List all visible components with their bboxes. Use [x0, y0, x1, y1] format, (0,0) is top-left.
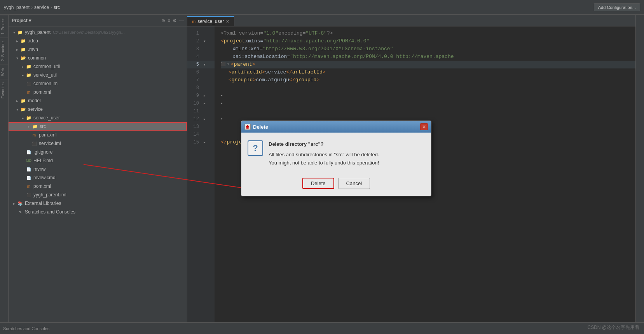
tree-arrow-yygh-parent	[12, 30, 16, 35]
code-line-4: xsi:schemaLocation="http://maven.apache.…	[221, 53, 635, 61]
tree-item-root-pom[interactable]: m pom.xml	[9, 182, 187, 191]
minimize-icon[interactable]: —	[179, 18, 184, 23]
tree-item-ext-libs[interactable]: 📚 External Libraries	[9, 199, 187, 208]
panel-web[interactable]: Web	[0, 65, 8, 79]
tab-close-icon[interactable]: ✕	[226, 19, 229, 24]
dialog-delete-button[interactable]: Delete	[302, 178, 334, 189]
code-line-11	[221, 107, 635, 115]
tree-arrow-service	[15, 107, 19, 112]
mvnw-icon: 📄	[26, 166, 32, 172]
code-line-5: ⬛ ▾ <parent>	[221, 61, 635, 68]
tree-item-yygh-iml[interactable]: ⬛ yygh_parent.iml	[9, 191, 187, 199]
iml-icon-service: ⬛	[31, 140, 37, 147]
locate-icon[interactable]: ⊕	[161, 18, 165, 23]
code-line-8	[221, 84, 635, 92]
code-line-10: ▸	[221, 100, 635, 107]
dialog-cancel-button[interactable]: Cancel	[338, 178, 370, 189]
tree-item-mvnw[interactable]: 📄 mvnw	[9, 165, 187, 173]
settings-icon[interactable]: ⚙	[173, 18, 177, 23]
tree-item-common-iml[interactable]: ⬛ common.iml	[9, 79, 187, 88]
code-line-6: <artifactId>service</artifactId>	[221, 68, 635, 76]
code-line-7: <groupId>com.atguigu</groupId>	[221, 76, 635, 84]
tree-item-src[interactable]: 📁 src	[9, 122, 187, 131]
folder-icon-idea: 📁	[20, 38, 26, 44]
project-panel: Project ▾ ⊕ ≡ ⚙ — 📁 yygh_parent C:\Users…	[9, 15, 187, 334]
dialog-message-line1: All files and subdirectories in "src" wi…	[269, 151, 379, 159]
folder-icon-common-util: 📁	[26, 63, 32, 70]
dialog-message-line2: You might not be able to fully undo this…	[269, 159, 379, 167]
panel-structure[interactable]: 2: Structure	[0, 38, 8, 65]
iml-icon-common: ⬛	[26, 80, 32, 87]
code-line-2: <project xmlns="http://maven.apache.org/…	[221, 37, 635, 45]
tree-arrow-model	[15, 98, 19, 103]
tree-item-gitignore[interactable]: 📄 .gitignore	[9, 148, 187, 156]
tree-item-common-util[interactable]: 📁 common_util	[9, 62, 187, 71]
tree-arrow-ext-libs	[12, 201, 16, 206]
tab-xml-icon: m	[192, 19, 195, 24]
ext-libs-icon: 📚	[17, 200, 23, 206]
editor-tabs: m service_user ✕	[187, 15, 635, 26]
dialog-body: ? Delete directory "src"? All files and …	[241, 133, 431, 175]
tree-item-common-pom[interactable]: m pom.xml	[9, 88, 187, 96]
tree-arrow-service-util	[20, 73, 25, 77]
folder-icon-service-util: 📁	[26, 72, 32, 78]
breadcrumb-src[interactable]: src	[54, 5, 60, 10]
tree-arrow-common-util	[20, 64, 25, 69]
folder-icon-mvn: 📁	[20, 46, 26, 52]
breadcrumb-service[interactable]: service	[34, 5, 49, 10]
bookmark-icon: ⬛	[221, 61, 225, 68]
title-bar: yygh_parent › service › src Add Configur…	[0, 0, 644, 15]
tree-item-service-util[interactable]: 📁 service_util	[9, 71, 187, 79]
tree-item-service-iml[interactable]: ⬛ service.iml	[9, 139, 187, 148]
tree-item-service-user-pom[interactable]: m pom.xml	[9, 131, 187, 139]
folder-icon-model: 📁	[20, 98, 26, 104]
bottom-scratches-label[interactable]: Scratches and Consoles	[3, 326, 49, 331]
xml-icon-service-user-pom: m	[31, 132, 37, 138]
add-config-button[interactable]: Add Configuration...	[594, 3, 640, 11]
dialog-title-bar: 🗑 Delete ✕	[241, 121, 431, 133]
folder-icon-service-user: 📁	[26, 115, 32, 121]
tree-arrow-common	[15, 56, 19, 60]
tree-item-model[interactable]: 📁 model	[9, 96, 187, 105]
dialog-title-icon: 🗑	[244, 124, 251, 130]
xml-icon-root-pom: m	[26, 183, 32, 189]
tree-item-help-md[interactable]: MD HELP.md	[9, 156, 187, 165]
scratches-icon: ✎	[17, 209, 23, 215]
tree-arrow-src	[26, 124, 31, 129]
tree-item-idea[interactable]: 📁 .idea	[9, 37, 187, 45]
right-panel	[635, 15, 644, 334]
left-side-panels: 1: Project 2: Structure Web Favorites	[0, 15, 9, 322]
gitignore-icon: 📄	[26, 149, 32, 155]
collapse-icon[interactable]: ≡	[168, 18, 170, 23]
dialog-message: Delete directory "src"? All files and su…	[269, 140, 379, 167]
tree-item-mvn[interactable]: 📁 .mvn	[9, 45, 187, 54]
code-line-3: xmlns:xsi="http://www.w3.org/2001/XMLSch…	[221, 45, 635, 53]
tree-item-service[interactable]: 📂 service	[9, 105, 187, 114]
dialog-question-text: Delete directory "src"?	[269, 140, 379, 149]
dialog-question-icon: ?	[248, 140, 263, 156]
tree-arrow-idea	[15, 38, 19, 43]
tree-item-service-user[interactable]: 📁 service_user	[9, 114, 187, 122]
mvnw-cmd-icon: 📄	[26, 175, 32, 181]
tree-arrow-mvn	[15, 47, 19, 52]
bottom-bar: Scratches and Consoles	[0, 322, 644, 334]
folder-icon: 📁	[17, 29, 23, 35]
project-panel-header: Project ▾ ⊕ ≡ ⚙ —	[9, 15, 187, 26]
dialog-buttons: Delete Cancel	[241, 175, 431, 196]
tree-item-mvnw-cmd[interactable]: 📄 mvnw.cmd	[9, 173, 187, 182]
folder-icon-common: 📂	[20, 55, 26, 61]
panel-project[interactable]: 1: Project	[0, 15, 8, 38]
tab-service-user[interactable]: m service_user ✕	[187, 16, 234, 26]
tree-item-common[interactable]: 📂 common	[9, 54, 187, 62]
code-line-9: ▸	[221, 92, 635, 100]
xml-icon-common-pom: m	[26, 89, 32, 95]
dialog-close-button[interactable]: ✕	[420, 123, 428, 130]
tree-item-scratches[interactable]: ✎ Scratches and Consoles	[9, 208, 187, 216]
panel-favorites[interactable]: Favorites	[0, 79, 8, 101]
tree-item-yygh-parent[interactable]: 📁 yygh_parent C:\Users\lenovo\Desktop\06…	[9, 28, 187, 37]
breadcrumb-root[interactable]: yygh_parent	[4, 5, 30, 10]
dialog-title-text: Delete	[253, 124, 420, 130]
watermark: CSDN @这个名字先用着	[587, 324, 639, 331]
project-tree: 📁 yygh_parent C:\Users\lenovo\Desktop\06…	[9, 26, 187, 334]
tree-arrow-service-user	[20, 115, 25, 120]
